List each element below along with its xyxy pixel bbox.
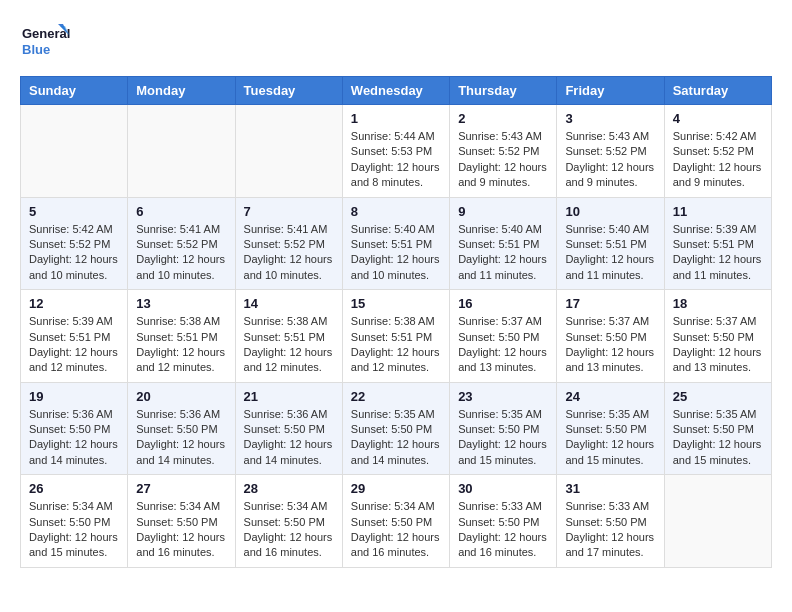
cell-info: Sunrise: 5:42 AMSunset: 5:52 PMDaylight:…: [673, 129, 763, 191]
cell-info: Sunrise: 5:40 AMSunset: 5:51 PMDaylight:…: [565, 222, 655, 284]
cell-info: Sunrise: 5:43 AMSunset: 5:52 PMDaylight:…: [458, 129, 548, 191]
cell-info: Sunrise: 5:41 AMSunset: 5:52 PMDaylight:…: [136, 222, 226, 284]
day-number: 4: [673, 111, 763, 126]
calendar-cell: [21, 105, 128, 198]
cell-info: Sunrise: 5:34 AMSunset: 5:50 PMDaylight:…: [136, 499, 226, 561]
day-number: 25: [673, 389, 763, 404]
calendar-cell: 10Sunrise: 5:40 AMSunset: 5:51 PMDayligh…: [557, 197, 664, 290]
weekday-header-saturday: Saturday: [664, 77, 771, 105]
day-number: 28: [244, 481, 334, 496]
day-number: 20: [136, 389, 226, 404]
svg-text:Blue: Blue: [22, 42, 50, 57]
day-number: 27: [136, 481, 226, 496]
weekday-header-friday: Friday: [557, 77, 664, 105]
cell-info: Sunrise: 5:41 AMSunset: 5:52 PMDaylight:…: [244, 222, 334, 284]
weekday-header-monday: Monday: [128, 77, 235, 105]
calendar-cell: 4Sunrise: 5:42 AMSunset: 5:52 PMDaylight…: [664, 105, 771, 198]
calendar-cell: 16Sunrise: 5:37 AMSunset: 5:50 PMDayligh…: [450, 290, 557, 383]
page-header: General Blue: [20, 20, 772, 60]
calendar-cell: 22Sunrise: 5:35 AMSunset: 5:50 PMDayligh…: [342, 382, 449, 475]
day-number: 29: [351, 481, 441, 496]
cell-info: Sunrise: 5:36 AMSunset: 5:50 PMDaylight:…: [136, 407, 226, 469]
calendar-cell: 9Sunrise: 5:40 AMSunset: 5:51 PMDaylight…: [450, 197, 557, 290]
day-number: 23: [458, 389, 548, 404]
day-number: 15: [351, 296, 441, 311]
calendar-cell: 11Sunrise: 5:39 AMSunset: 5:51 PMDayligh…: [664, 197, 771, 290]
day-number: 10: [565, 204, 655, 219]
day-number: 19: [29, 389, 119, 404]
calendar-cell: 31Sunrise: 5:33 AMSunset: 5:50 PMDayligh…: [557, 475, 664, 568]
cell-info: Sunrise: 5:34 AMSunset: 5:50 PMDaylight:…: [351, 499, 441, 561]
calendar-cell: 15Sunrise: 5:38 AMSunset: 5:51 PMDayligh…: [342, 290, 449, 383]
cell-info: Sunrise: 5:38 AMSunset: 5:51 PMDaylight:…: [244, 314, 334, 376]
day-number: 2: [458, 111, 548, 126]
cell-info: Sunrise: 5:42 AMSunset: 5:52 PMDaylight:…: [29, 222, 119, 284]
day-number: 5: [29, 204, 119, 219]
day-number: 30: [458, 481, 548, 496]
calendar-cell: 28Sunrise: 5:34 AMSunset: 5:50 PMDayligh…: [235, 475, 342, 568]
weekday-header-row: SundayMondayTuesdayWednesdayThursdayFrid…: [21, 77, 772, 105]
cell-info: Sunrise: 5:39 AMSunset: 5:51 PMDaylight:…: [673, 222, 763, 284]
weekday-header-thursday: Thursday: [450, 77, 557, 105]
calendar-cell: 5Sunrise: 5:42 AMSunset: 5:52 PMDaylight…: [21, 197, 128, 290]
day-number: 7: [244, 204, 334, 219]
cell-info: Sunrise: 5:33 AMSunset: 5:50 PMDaylight:…: [565, 499, 655, 561]
day-number: 21: [244, 389, 334, 404]
day-number: 13: [136, 296, 226, 311]
cell-info: Sunrise: 5:35 AMSunset: 5:50 PMDaylight:…: [565, 407, 655, 469]
calendar-cell: 7Sunrise: 5:41 AMSunset: 5:52 PMDaylight…: [235, 197, 342, 290]
weekday-header-wednesday: Wednesday: [342, 77, 449, 105]
cell-info: Sunrise: 5:35 AMSunset: 5:50 PMDaylight:…: [351, 407, 441, 469]
calendar-cell: 17Sunrise: 5:37 AMSunset: 5:50 PMDayligh…: [557, 290, 664, 383]
calendar-cell: 26Sunrise: 5:34 AMSunset: 5:50 PMDayligh…: [21, 475, 128, 568]
calendar-cell: 20Sunrise: 5:36 AMSunset: 5:50 PMDayligh…: [128, 382, 235, 475]
calendar-cell: 3Sunrise: 5:43 AMSunset: 5:52 PMDaylight…: [557, 105, 664, 198]
cell-info: Sunrise: 5:44 AMSunset: 5:53 PMDaylight:…: [351, 129, 441, 191]
day-number: 12: [29, 296, 119, 311]
cell-info: Sunrise: 5:37 AMSunset: 5:50 PMDaylight:…: [565, 314, 655, 376]
calendar-cell: 2Sunrise: 5:43 AMSunset: 5:52 PMDaylight…: [450, 105, 557, 198]
day-number: 6: [136, 204, 226, 219]
calendar-cell: 21Sunrise: 5:36 AMSunset: 5:50 PMDayligh…: [235, 382, 342, 475]
day-number: 18: [673, 296, 763, 311]
week-row-4: 19Sunrise: 5:36 AMSunset: 5:50 PMDayligh…: [21, 382, 772, 475]
logo: General Blue: [20, 20, 70, 60]
logo-svg: General Blue: [20, 20, 70, 60]
calendar-cell: 27Sunrise: 5:34 AMSunset: 5:50 PMDayligh…: [128, 475, 235, 568]
cell-info: Sunrise: 5:37 AMSunset: 5:50 PMDaylight:…: [673, 314, 763, 376]
cell-info: Sunrise: 5:40 AMSunset: 5:51 PMDaylight:…: [351, 222, 441, 284]
calendar-cell: 13Sunrise: 5:38 AMSunset: 5:51 PMDayligh…: [128, 290, 235, 383]
cell-info: Sunrise: 5:38 AMSunset: 5:51 PMDaylight:…: [351, 314, 441, 376]
day-number: 16: [458, 296, 548, 311]
cell-info: Sunrise: 5:33 AMSunset: 5:50 PMDaylight:…: [458, 499, 548, 561]
calendar-cell: [128, 105, 235, 198]
calendar-cell: 24Sunrise: 5:35 AMSunset: 5:50 PMDayligh…: [557, 382, 664, 475]
day-number: 17: [565, 296, 655, 311]
day-number: 22: [351, 389, 441, 404]
day-number: 31: [565, 481, 655, 496]
day-number: 9: [458, 204, 548, 219]
cell-info: Sunrise: 5:38 AMSunset: 5:51 PMDaylight:…: [136, 314, 226, 376]
week-row-1: 1Sunrise: 5:44 AMSunset: 5:53 PMDaylight…: [21, 105, 772, 198]
cell-info: Sunrise: 5:43 AMSunset: 5:52 PMDaylight:…: [565, 129, 655, 191]
calendar-cell: 12Sunrise: 5:39 AMSunset: 5:51 PMDayligh…: [21, 290, 128, 383]
calendar-cell: 30Sunrise: 5:33 AMSunset: 5:50 PMDayligh…: [450, 475, 557, 568]
cell-info: Sunrise: 5:34 AMSunset: 5:50 PMDaylight:…: [244, 499, 334, 561]
calendar-cell: [235, 105, 342, 198]
weekday-header-sunday: Sunday: [21, 77, 128, 105]
cell-info: Sunrise: 5:36 AMSunset: 5:50 PMDaylight:…: [29, 407, 119, 469]
day-number: 24: [565, 389, 655, 404]
week-row-5: 26Sunrise: 5:34 AMSunset: 5:50 PMDayligh…: [21, 475, 772, 568]
cell-info: Sunrise: 5:37 AMSunset: 5:50 PMDaylight:…: [458, 314, 548, 376]
day-number: 14: [244, 296, 334, 311]
cell-info: Sunrise: 5:36 AMSunset: 5:50 PMDaylight:…: [244, 407, 334, 469]
calendar-cell: [664, 475, 771, 568]
calendar-cell: 1Sunrise: 5:44 AMSunset: 5:53 PMDaylight…: [342, 105, 449, 198]
day-number: 3: [565, 111, 655, 126]
calendar-cell: 19Sunrise: 5:36 AMSunset: 5:50 PMDayligh…: [21, 382, 128, 475]
cell-info: Sunrise: 5:40 AMSunset: 5:51 PMDaylight:…: [458, 222, 548, 284]
calendar-cell: 14Sunrise: 5:38 AMSunset: 5:51 PMDayligh…: [235, 290, 342, 383]
cell-info: Sunrise: 5:34 AMSunset: 5:50 PMDaylight:…: [29, 499, 119, 561]
day-number: 1: [351, 111, 441, 126]
day-number: 26: [29, 481, 119, 496]
